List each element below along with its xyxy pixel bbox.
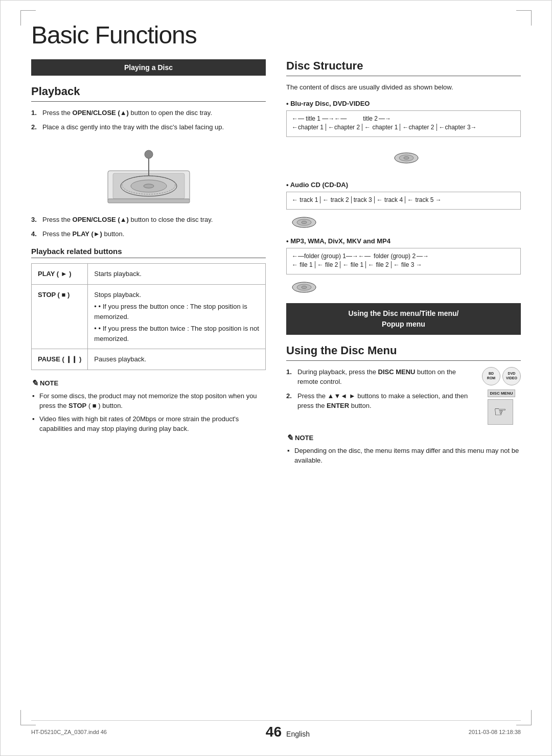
playback-steps-3-4: 3. Press the OPEN/CLOSE (▲) button to cl…	[31, 215, 266, 239]
playback-steps-1-2: 1. Press the OPEN/CLOSE (▲) button to op…	[31, 108, 266, 132]
disc-menu-step-1: 1. During playback, press the DISC MENU …	[286, 367, 477, 387]
disc-menu-note-icon: ✎	[286, 433, 293, 443]
disc-menu-header-line2: Popup menu	[382, 320, 425, 328]
disc-menu-step-2-num: 2.	[286, 391, 294, 411]
table-cell-play-key: PLAY ( ► )	[32, 264, 88, 285]
table-row-play: PLAY ( ► ) Starts playback.	[32, 264, 266, 285]
note-item-1: For some discs, the product may not memo…	[31, 391, 266, 411]
disc-menu-content: BDROM DVDVIDEO DISC MENU ☞	[286, 367, 521, 428]
disc-illustration	[31, 140, 266, 207]
left-column: Playing a Disc Playback 1. Press the OPE…	[31, 59, 266, 469]
mp3-disc-icon	[291, 280, 521, 295]
page-number-area: 46 English	[266, 724, 310, 740]
step-2-text: Place a disc gently into the tray with t…	[42, 122, 224, 132]
disc-menu-note-list: Depending on the disc, the menu items ma…	[286, 446, 521, 466]
disc-menu-step-1-text: During playback, press the DISC MENU but…	[297, 367, 477, 387]
page-footer: HT-D5210C_ZA_0307.indd 46 46 English 201…	[31, 720, 521, 740]
svg-point-11	[404, 156, 409, 159]
step-4-num: 4.	[31, 229, 39, 239]
note-item-2: Video files with high bit rates of 20Mbp…	[31, 414, 266, 434]
disc-menu-note-section: ✎ NOTE Depending on the disc, the menu i…	[286, 433, 521, 466]
disc-menu-header-line1: Using the Disc menu/Title menu/	[348, 309, 458, 317]
two-column-layout: Playing a Disc Playback 1. Press the OPE…	[31, 59, 521, 469]
using-disc-menu-title: Using the Disc Menu	[286, 344, 521, 361]
step-2-num: 2.	[31, 122, 39, 132]
step-1-text: Press the OPEN/CLOSE (▲) button to open …	[42, 108, 212, 118]
footer-right: 2011-03-08 12:18:38	[469, 729, 521, 735]
step-1-bold: OPEN/CLOSE (▲)	[73, 109, 129, 117]
step-3-num: 3.	[31, 215, 39, 225]
table-cell-pause-key: PAUSE ( ❙❙ )	[32, 349, 88, 370]
disc-menu-step-2-text: Press the ▲▼◄ ► buttons to make a select…	[297, 391, 477, 411]
disc-menu-step-1-num: 1.	[286, 367, 294, 387]
table-row-stop: STOP ( ■ ) Stops playback. • If you pres…	[32, 284, 266, 349]
note-stop-bold: STOP	[68, 402, 86, 409]
badge-container: BDROM DVDVIDEO	[482, 367, 521, 385]
disc-menu-bold-1: DISC MENU	[378, 368, 416, 376]
table-row-pause: PAUSE ( ❙❙ ) Pauses playback.	[32, 349, 266, 370]
playback-table: PLAY ( ► ) Starts playback. STOP ( ■ ) S…	[31, 263, 266, 370]
badge-dvd-video: DVDVIDEO	[502, 367, 521, 385]
bluray-diagram: ←— title 1 —→←— title 2 —→ ←chapter 1 ←c…	[286, 110, 521, 137]
page-number: 46	[266, 724, 282, 740]
bluray-disc-icon	[291, 142, 521, 174]
right-column: Disc Structure The content of discs are …	[286, 59, 521, 469]
bluray-row-2: ←chapter 1 ←chapter 2 ← chapter 1 ←chapt…	[292, 124, 515, 131]
table-cell-stop-key: STOP ( ■ )	[32, 284, 88, 349]
disc-icon-bluray	[394, 145, 419, 171]
stop-note-2: • If you press the button twice : The st…	[94, 324, 259, 343]
step-4: 4. Press the PLAY (►) button.	[31, 229, 266, 239]
disc-type-bluray: Blu-ray Disc, DVD-VIDEO	[286, 100, 521, 107]
page: Basic Functions Playing a Disc Playback …	[0, 0, 552, 756]
mp3-diagram: ←—folder (group) 1—→←— folder (group) 2 …	[286, 248, 521, 274]
playback-buttons-title: Playback related buttons	[31, 247, 266, 258]
svg-point-14	[302, 221, 307, 223]
bluray-row-1: ←— title 1 —→←— title 2 —→	[292, 115, 515, 122]
step-3-bold: OPEN/CLOSE (▲)	[73, 216, 129, 223]
note-section: ✎ NOTE For some discs, the product may n…	[31, 378, 266, 434]
disc-structure-intro: The content of discs are usually divided…	[286, 82, 521, 93]
disc-menu-step-2: 2. Press the ▲▼◄ ► buttons to make a sel…	[286, 391, 477, 411]
disc-menu-button-area: DISC MENU ☞	[488, 390, 516, 425]
cd-row-1: ← track 1 ← track 2 track 3 ← track 4 ← …	[292, 196, 515, 203]
step-1: 1. Press the OPEN/CLOSE (▲) button to op…	[31, 108, 266, 118]
mp3-row-1: ←—folder (group) 1—→←— folder (group) 2 …	[292, 253, 515, 260]
svg-rect-8	[108, 199, 190, 203]
disc-structure-title: Disc Structure	[286, 59, 521, 76]
disc-menu-icons: BDROM DVDVIDEO DISC MENU ☞	[482, 367, 521, 425]
disc-menu-hand-icon: ☞	[488, 399, 513, 425]
disc-menu-note-item-1: Depending on the disc, the menu items ma…	[286, 446, 521, 466]
disc-type-mp3: MP3, WMA, DivX, MKV and MP4	[286, 237, 521, 245]
step-4-bold: PLAY (►)	[73, 230, 102, 238]
page-title: Basic Functions	[31, 21, 521, 49]
badge-bd-rom: BDROM	[482, 367, 500, 385]
table-cell-stop-value: Stops playback. • If you press the butto…	[88, 284, 266, 349]
table-cell-pause-value: Pauses playback.	[88, 349, 266, 370]
disc-menu-label: DISC MENU	[488, 390, 516, 397]
disc-menu-note-title: ✎ NOTE	[286, 433, 521, 443]
footer-left: HT-D5210C_ZA_0307.indd 46	[31, 729, 107, 735]
svg-point-4	[144, 184, 154, 188]
mp3-row-2: ← file 1 ← file 2 ← file 1 ← file 2 ← fi…	[292, 261, 515, 268]
note-title: ✎ NOTE	[31, 378, 266, 388]
step-1-num: 1.	[31, 108, 39, 118]
disc-svg	[98, 140, 200, 207]
step-3-text: Press the OPEN/CLOSE (▲) button to close…	[42, 215, 213, 225]
playing-disc-header: Playing a Disc	[31, 59, 266, 76]
note-icon: ✎	[31, 378, 38, 388]
cd-disc-icon	[291, 215, 521, 230]
disc-menu-header: Using the Disc menu/Title menu/ Popup me…	[286, 303, 521, 335]
step-4-text: Press the PLAY (►) button.	[42, 229, 124, 239]
table-cell-play-value: Starts playback.	[88, 264, 266, 285]
step-2: 2. Place a disc gently into the tray wit…	[31, 122, 266, 132]
stop-note-1: • If you press the button once : The sto…	[94, 302, 259, 322]
playback-title: Playback	[31, 85, 266, 102]
note-label: NOTE	[40, 379, 58, 387]
cd-diagram: ← track 1 ← track 2 track 3 ← track 4 ← …	[286, 192, 521, 210]
disc-menu-note-label: NOTE	[295, 434, 313, 442]
disc-menu-bold-2: ENTER	[327, 402, 349, 409]
step-3: 3. Press the OPEN/CLOSE (▲) button to cl…	[31, 215, 266, 225]
page-number-label: English	[286, 730, 310, 738]
note-list: For some discs, the product may not memo…	[31, 391, 266, 434]
disc-type-cd: Audio CD (CD-DA)	[286, 181, 521, 189]
